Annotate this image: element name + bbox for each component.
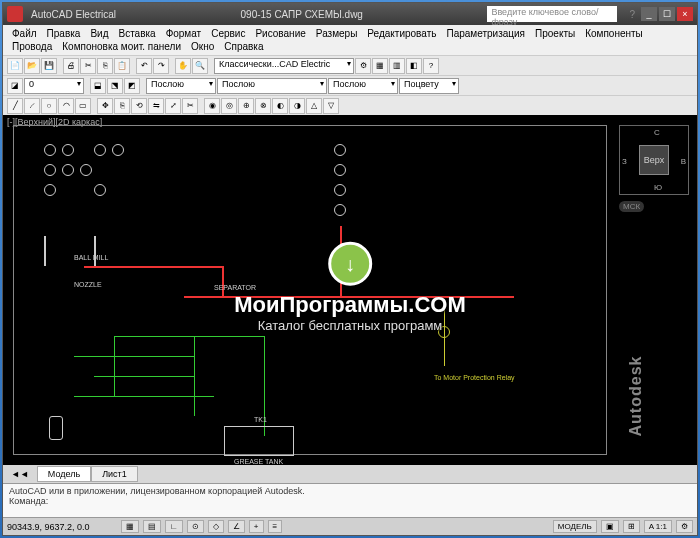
- tool-icon[interactable]: ◩: [124, 78, 140, 94]
- pan-button[interactable]: ✋: [175, 58, 191, 74]
- lwt-button[interactable]: ≡: [268, 520, 283, 533]
- new-button[interactable]: 📄: [7, 58, 23, 74]
- tool-icon[interactable]: ⚙: [355, 58, 371, 74]
- arc-button[interactable]: ◠: [58, 98, 74, 114]
- menu-edit[interactable]: Правка: [42, 27, 86, 40]
- tool-icon[interactable]: ⊕: [238, 98, 254, 114]
- polar-button[interactable]: ⊙: [187, 520, 204, 533]
- menu-panel[interactable]: Компоновка моит. панели: [57, 40, 186, 53]
- dyn-button[interactable]: +: [249, 520, 264, 533]
- rotate-button[interactable]: ⟲: [131, 98, 147, 114]
- osnap-button[interactable]: ◇: [208, 520, 224, 533]
- open-button[interactable]: 📂: [24, 58, 40, 74]
- rect-button[interactable]: ▭: [75, 98, 91, 114]
- plotstyle-combo[interactable]: Поцвету: [399, 78, 459, 94]
- print-button[interactable]: 🖨: [63, 58, 79, 74]
- otrack-button[interactable]: ∠: [228, 520, 245, 533]
- linetype-combo[interactable]: Послою: [217, 78, 327, 94]
- paste-button[interactable]: 📋: [114, 58, 130, 74]
- minimize-button[interactable]: _: [641, 7, 657, 21]
- tool-icon[interactable]: ▦: [372, 58, 388, 74]
- color-combo[interactable]: Послою: [146, 78, 216, 94]
- menu-help[interactable]: Справка: [219, 40, 268, 53]
- tool-icon[interactable]: ▽: [323, 98, 339, 114]
- label-motor: To Motor Protection Relay: [434, 374, 515, 381]
- scale-button[interactable]: ⤢: [165, 98, 181, 114]
- wire-red: [340, 226, 342, 296]
- lineweight-combo[interactable]: Послою: [328, 78, 398, 94]
- menu-dimension[interactable]: Размеры: [311, 27, 363, 40]
- label-nozzle: NOZZLE: [74, 281, 102, 288]
- tool-icon[interactable]: ▥: [389, 58, 405, 74]
- tab-sheet1[interactable]: Лист1: [91, 466, 138, 482]
- line-button[interactable]: ╱: [7, 98, 23, 114]
- wire-green: [94, 376, 194, 377]
- layer-button[interactable]: ◪: [7, 78, 23, 94]
- status-icon[interactable]: ⚙: [676, 520, 693, 533]
- menu-wires[interactable]: Провода: [7, 40, 57, 53]
- drawing-canvas[interactable]: [-][Верхний][2D каркас]: [3, 115, 697, 465]
- tool-icon[interactable]: ◐: [272, 98, 288, 114]
- statusbar: 90343.9, 9637.2, 0.0 ▦ ▤ ∟ ⊙ ◇ ∠ + ≡ МОД…: [3, 517, 697, 535]
- layer-state-combo[interactable]: 0: [24, 78, 84, 94]
- tab-nav-prev[interactable]: ◄◄: [3, 469, 37, 479]
- toolbar-draw: ╱ ⟋ ○ ◠ ▭ ✥ ⎘ ⟲ ⇋ ⤢ ✂ ◉ ◎ ⊕ ⊗ ◐ ◑ △ ▽: [3, 95, 697, 115]
- viewcube-face[interactable]: Верх: [639, 145, 669, 175]
- tool-icon[interactable]: ⬔: [107, 78, 123, 94]
- help-icon[interactable]: ?: [629, 9, 635, 20]
- menu-window[interactable]: Окно: [186, 40, 219, 53]
- copy-button[interactable]: ⎘: [97, 58, 113, 74]
- menu-parametric[interactable]: Параметризация: [441, 27, 530, 40]
- wire: [44, 236, 46, 266]
- mirror-button[interactable]: ⇋: [148, 98, 164, 114]
- ortho-button[interactable]: ∟: [165, 520, 183, 533]
- component-symbol: [334, 204, 346, 216]
- tool-icon[interactable]: ◧: [406, 58, 422, 74]
- tool-icon[interactable]: ⊗: [255, 98, 271, 114]
- tool-icon[interactable]: ⬓: [90, 78, 106, 94]
- model-space-button[interactable]: МОДЕЛЬ: [553, 520, 597, 533]
- cut-button[interactable]: ✂: [80, 58, 96, 74]
- command-line[interactable]: AutoCAD или в приложении, лицензированно…: [3, 483, 697, 517]
- component-symbol: [334, 164, 346, 176]
- annotation-scale[interactable]: A 1:1: [644, 520, 672, 533]
- menu-tools[interactable]: Сервис: [206, 27, 250, 40]
- maximize-button[interactable]: ☐: [659, 7, 675, 21]
- wcs-label[interactable]: МСК: [619, 201, 644, 212]
- toolbar-standard: 📄 📂 💾 🖨 ✂ ⎘ 📋 ↶ ↷ ✋ 🔍 Классически...CAD …: [3, 55, 697, 75]
- menu-components[interactable]: Компоненты: [580, 27, 648, 40]
- tool-icon[interactable]: △: [306, 98, 322, 114]
- undo-button[interactable]: ↶: [136, 58, 152, 74]
- menu-projects[interactable]: Проекты: [530, 27, 580, 40]
- grid-button[interactable]: ▤: [143, 520, 161, 533]
- snap-button[interactable]: ▦: [121, 520, 139, 533]
- status-icon[interactable]: ▣: [601, 520, 619, 533]
- menu-draw[interactable]: Рисование: [250, 27, 310, 40]
- move-button[interactable]: ✥: [97, 98, 113, 114]
- viewcube[interactable]: С Ю З В Верх: [619, 125, 689, 195]
- component-symbol: [44, 184, 56, 196]
- menu-insert[interactable]: Вставка: [113, 27, 160, 40]
- polyline-button[interactable]: ⟋: [24, 98, 40, 114]
- zoom-button[interactable]: 🔍: [192, 58, 208, 74]
- tab-model[interactable]: Модель: [37, 466, 91, 482]
- redo-button[interactable]: ↷: [153, 58, 169, 74]
- menu-modify[interactable]: Редактировать: [362, 27, 441, 40]
- workspace-combo[interactable]: Классически...CAD Electric: [214, 58, 354, 74]
- copy-obj-button[interactable]: ⎘: [114, 98, 130, 114]
- status-icon[interactable]: ⊞: [623, 520, 640, 533]
- circle-button[interactable]: ○: [41, 98, 57, 114]
- menu-file[interactable]: Файл: [7, 27, 42, 40]
- menu-view[interactable]: Вид: [85, 27, 113, 40]
- search-input[interactable]: Введите ключевое слово/фразу: [487, 6, 617, 22]
- menu-format[interactable]: Формат: [161, 27, 207, 40]
- component-symbol: [44, 144, 56, 156]
- tool-icon[interactable]: ◎: [221, 98, 237, 114]
- save-button[interactable]: 💾: [41, 58, 57, 74]
- tool-icon[interactable]: ◉: [204, 98, 220, 114]
- close-button[interactable]: ×: [677, 7, 693, 21]
- tool-icon[interactable]: ?: [423, 58, 439, 74]
- trim-button[interactable]: ✂: [182, 98, 198, 114]
- tool-icon[interactable]: ◑: [289, 98, 305, 114]
- label-grease-tank: GREASE TANK: [234, 458, 283, 465]
